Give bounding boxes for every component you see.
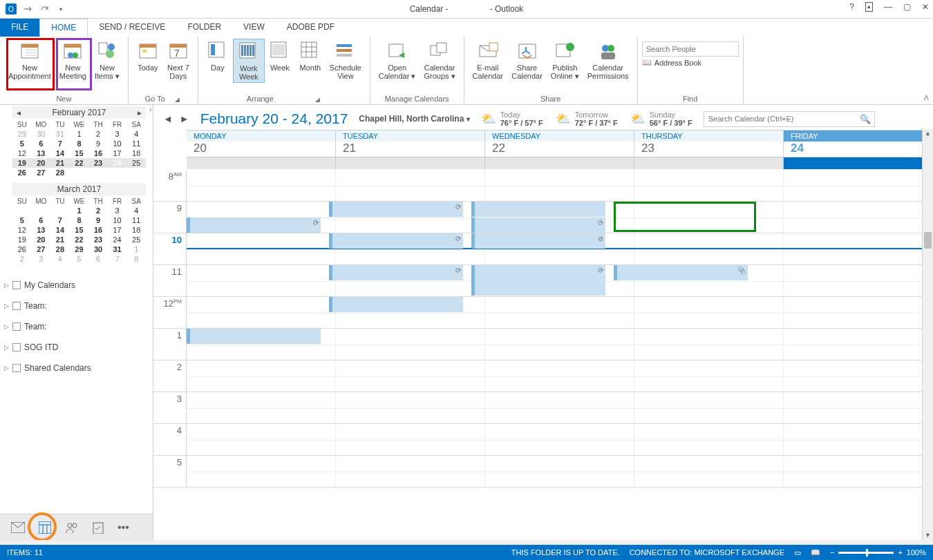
calendar-folder-item[interactable]: ▷Team: <box>0 296 153 316</box>
tab-file[interactable]: FILE <box>0 19 39 37</box>
next-month-icon[interactable]: ► <box>136 109 143 117</box>
mini-cal-day[interactable]: 31 <box>108 244 127 254</box>
mini-cal-day[interactable]: 7 <box>108 254 127 264</box>
appointment[interactable]: ⟳ <box>329 202 463 217</box>
mini-cal-day[interactable]: 24 <box>108 158 127 168</box>
mini-cal-day[interactable] <box>32 206 51 215</box>
prev-month-icon[interactable]: ◄ <box>15 109 22 117</box>
scroll-thumb[interactable] <box>924 232 932 249</box>
mini-cal-day[interactable]: 3 <box>108 129 127 139</box>
work-week-button[interactable]: Work Week <box>233 39 265 83</box>
mini-cal-day[interactable]: 27 <box>32 244 51 254</box>
mini-calendar[interactable]: March 2017 SUMOTUWETHFRSA123456789101112… <box>0 182 153 268</box>
day-button[interactable]: Day <box>202 39 233 83</box>
time-slot[interactable] <box>485 424 634 455</box>
time-slot[interactable] <box>485 456 634 487</box>
calendar-folder-item[interactable]: ▷Shared Calendars <box>0 358 153 378</box>
mini-cal-day[interactable]: 13 <box>32 148 51 158</box>
mini-cal-day[interactable]: 25 <box>126 235 146 244</box>
appointment[interactable] <box>329 297 463 312</box>
new-meeting-button[interactable]: New Meeting <box>55 39 91 81</box>
minimize-icon[interactable]: — <box>884 2 892 12</box>
appointment[interactable] <box>187 329 321 344</box>
next-week-button[interactable]: ► <box>180 113 189 124</box>
new-items-button[interactable]: New Items ▾ <box>91 39 124 81</box>
month-button[interactable]: Month <box>295 39 326 83</box>
nav-people-icon[interactable] <box>65 522 79 533</box>
expand-icon[interactable]: ▷ <box>4 302 9 309</box>
new-appointment-button[interactable]: New Appointment <box>4 39 55 81</box>
calendar-grid[interactable]: 8AM9101112PM12345 ⟳ ⟳ ⟳ ⟳ ⟳ ⊘ ⟳ 📎 <box>153 170 933 510</box>
mini-cal-day[interactable]: 17 <box>108 148 127 158</box>
mini-cal-day[interactable]: 4 <box>126 129 146 139</box>
mini-cal-day[interactable]: 7 <box>50 139 70 148</box>
mini-cal-day[interactable]: 14 <box>50 225 70 235</box>
time-slot[interactable] <box>336 456 485 487</box>
mini-cal-day[interactable]: 3 <box>108 206 127 215</box>
mini-cal-day[interactable]: 5 <box>12 215 32 225</box>
time-slot[interactable] <box>784 392 933 423</box>
mini-cal-day[interactable]: 8 <box>70 139 89 148</box>
mini-cal-day[interactable]: 31 <box>50 129 70 139</box>
time-slot[interactable] <box>485 360 634 392</box>
mini-cal-day[interactable]: 20 <box>32 158 51 168</box>
mini-cal-day[interactable]: 7 <box>50 215 70 225</box>
expand-icon[interactable]: ▷ <box>4 282 9 289</box>
mini-cal-day[interactable]: 19 <box>12 158 32 168</box>
time-slot[interactable] <box>485 297 634 328</box>
email-calendar-button[interactable]: E-mail Calendar <box>469 39 508 81</box>
mini-cal-day[interactable]: 1 <box>126 244 146 254</box>
mini-cal-day[interactable] <box>70 168 89 177</box>
time-slot[interactable] <box>187 297 336 328</box>
time-slot[interactable] <box>634 329 784 360</box>
weather-day[interactable]: ⛅Today76° F / 57° F <box>481 110 543 127</box>
time-slot[interactable] <box>634 297 784 328</box>
day-header[interactable]: MONDAY20 <box>187 130 336 157</box>
help-icon[interactable]: ? <box>849 2 854 12</box>
time-slot[interactable] <box>187 265 336 296</box>
appointment[interactable]: ⟳ <box>471 218 605 233</box>
mini-cal-day[interactable]: 8 <box>126 254 146 264</box>
mini-cal-day[interactable]: 24 <box>108 235 127 244</box>
time-slot[interactable] <box>784 170 933 201</box>
vertical-scrollbar[interactable]: ▲ ▼ <box>922 128 933 540</box>
mini-cal-day[interactable]: 25 <box>126 158 146 168</box>
calendar-folder-item[interactable]: ▷My Calendars <box>0 275 153 296</box>
mini-cal-day[interactable]: 4 <box>126 206 146 215</box>
today-button[interactable]: Today <box>133 39 163 81</box>
time-slot[interactable] <box>187 170 336 201</box>
mini-cal-day[interactable]: 14 <box>50 148 70 158</box>
time-slot[interactable] <box>187 456 336 487</box>
tab-send-receive[interactable]: SEND / RECEIVE <box>88 19 176 37</box>
mini-cal-day[interactable]: 27 <box>32 168 51 177</box>
collapse-side-icon[interactable]: ‹ <box>149 105 152 113</box>
mini-cal-day[interactable]: 23 <box>88 235 108 244</box>
mini-calendar[interactable]: ◄February 2017► SUMOTUWETHFRSA2930311234… <box>0 105 153 182</box>
mini-cal-day[interactable]: 5 <box>70 254 89 264</box>
mini-cal-day[interactable]: 2 <box>88 206 108 215</box>
expand-icon[interactable]: ▷ <box>4 323 9 330</box>
time-slot[interactable] <box>187 392 336 423</box>
location-picker[interactable]: Chapel Hill, North Carolina ▾ <box>359 114 469 124</box>
nav-tasks-icon[interactable] <box>93 521 104 534</box>
mini-cal-day[interactable]: 4 <box>50 254 70 264</box>
mini-cal-day[interactable]: 26 <box>12 168 32 177</box>
search-icon[interactable]: 🔍 <box>860 114 871 124</box>
mini-cal-day[interactable]: 11 <box>126 139 146 148</box>
mini-cal-day[interactable]: 13 <box>32 225 51 235</box>
appointment[interactable] <box>471 202 605 217</box>
tab-view[interactable]: VIEW <box>232 19 276 37</box>
collapse-ribbon-icon[interactable]: ᐱ <box>924 94 929 102</box>
mini-cal-day[interactable]: 18 <box>126 225 146 235</box>
expand-icon[interactable]: ▷ <box>4 365 9 371</box>
calendar-folder-item[interactable]: ▷Team: <box>0 316 153 337</box>
goto-dialog-launcher[interactable]: ◢ <box>175 96 181 103</box>
time-slot[interactable] <box>634 392 784 423</box>
time-slot[interactable] <box>336 392 485 423</box>
time-slot[interactable] <box>784 456 933 487</box>
mini-cal-day[interactable]: 2 <box>12 254 32 264</box>
nav-mail-icon[interactable] <box>11 522 25 533</box>
nav-calendar-icon[interactable] <box>39 521 51 534</box>
mini-cal-day[interactable]: 28 <box>50 168 70 177</box>
appointment[interactable]: ⟳ <box>187 218 321 233</box>
